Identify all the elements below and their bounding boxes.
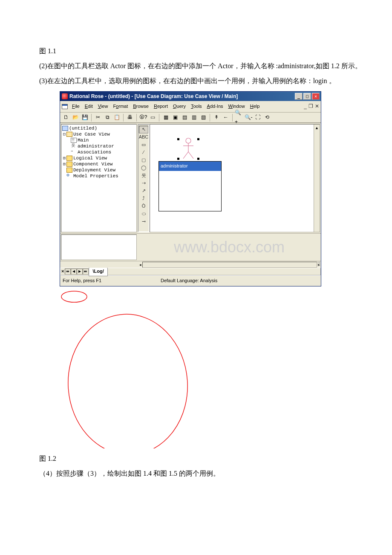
rational-rose-window: Rational Rose - (untitled) - [Use Case D…	[60, 91, 321, 286]
selection-handle[interactable]	[177, 138, 179, 140]
palette-pointer[interactable]: ↖	[139, 126, 148, 133]
selection-handle[interactable]	[197, 138, 199, 140]
caption-fig-1-2: 图 1.2	[26, 453, 366, 465]
svg-line-4	[188, 152, 193, 159]
menu-report[interactable]: Report	[151, 102, 170, 111]
tree-model-properties[interactable]: Model Properties	[62, 173, 135, 179]
close-button[interactable]: ✕	[312, 93, 320, 100]
selection-handle[interactable]	[197, 158, 199, 160]
tool-palette: ↖ ABC ▭ ⁄ ▢ ◯ 웃 ⇢ ↗ ⤴ Ò ⬭ ⊸	[138, 124, 150, 232]
browse-deployment-button[interactable]: ▧	[199, 114, 208, 121]
log-next-button[interactable]: ▶	[77, 269, 83, 275]
selection-handle[interactable]	[177, 158, 179, 160]
minimize-button[interactable]: _	[295, 93, 303, 100]
diagram-canvas[interactable]: administrator administrator	[150, 124, 320, 232]
browse-state-button[interactable]: ▥	[190, 114, 198, 121]
browse-interaction-button[interactable]: ▤	[180, 114, 189, 121]
horizontal-scrollbar[interactable]	[142, 262, 317, 268]
tree-logical-view[interactable]: ⊞Logical View	[62, 155, 135, 161]
menu-format[interactable]: Format	[110, 102, 130, 111]
tree-component-view[interactable]: ⊞Component View	[62, 161, 135, 167]
undo-fit-button[interactable]: ⟲	[263, 114, 271, 121]
palette-package[interactable]: ▢	[139, 156, 148, 164]
screenshot-figure: Rational Rose - (untitled) - [Use Case D…	[60, 91, 366, 286]
palette-note[interactable]: ▭	[139, 141, 148, 149]
browse-component-button[interactable]: ▣	[171, 114, 179, 121]
menu-help[interactable]: Help	[248, 102, 262, 111]
svg-line-3	[183, 152, 188, 159]
palette-assoc-class[interactable]: Ò	[139, 202, 148, 210]
menu-browse[interactable]: Browse	[130, 102, 151, 111]
open-button[interactable]: 📂	[71, 114, 80, 121]
browse-class-button[interactable]: ▦	[161, 114, 170, 121]
spec-dialog-header: administrator	[159, 162, 221, 171]
browser-tree[interactable]: (untitled) ⊟Use Case View Main administr…	[61, 124, 137, 232]
documentation-pane[interactable]	[61, 234, 137, 260]
maximize-button[interactable]: □	[303, 93, 311, 100]
scroll-left-button[interactable]: ◂	[139, 261, 141, 268]
menu-query[interactable]: Query	[170, 102, 188, 111]
status-help-text: For Help, press F1	[63, 277, 161, 285]
paragraph-3: (3)在左边的工具栏中，选取用例的图标，在右边的图中画出一个用例，并输入用例的名…	[26, 75, 366, 87]
palette-uni-association[interactable]: ⇢	[139, 179, 148, 187]
palette-hstate[interactable]: ⊸	[139, 218, 148, 225]
titlebar[interactable]: Rational Rose - (untitled) - [Use Case D…	[60, 92, 321, 101]
tree-main-diagram[interactable]: Main	[62, 137, 135, 143]
resize-gripper-icon[interactable]: ⠿	[317, 260, 321, 269]
toggle-doc-button[interactable]: ▭	[148, 114, 157, 121]
palette-dependency[interactable]: ↗	[139, 187, 148, 195]
mdi-close-button[interactable]: ✕	[315, 102, 319, 111]
context-help-button[interactable]: ⦿?	[139, 114, 147, 121]
save-button[interactable]: 💾	[81, 114, 89, 121]
window-title: Rational Rose - (untitled) - [Use Case D…	[69, 92, 238, 101]
palette-generalization[interactable]: ⤴	[139, 195, 148, 202]
doc-pane-row: www.bdocx.com	[60, 234, 321, 261]
tree-deployment-view[interactable]: Deployment View	[62, 167, 135, 173]
palette-actor[interactable]: 웃	[139, 172, 148, 179]
back-button[interactable]: ←	[222, 114, 230, 121]
canvas-horizontal-scroll: ◂ ▸ ⠿	[60, 261, 321, 268]
cut-button[interactable]: ✂	[94, 114, 102, 121]
log-pane: × ⏮ ◀ ▶ ⏭ \Log/	[60, 268, 321, 275]
paragraph-4: （4）按照步骤（3），绘制出如图 1.4 和图 1.5 的两个用例。	[26, 468, 366, 480]
tree-usecase-view[interactable]: ⊟Use Case View	[62, 131, 135, 137]
svg-point-6	[63, 310, 192, 448]
red-ellipse-annotations	[60, 291, 213, 448]
palette-state[interactable]: ⬭	[139, 210, 148, 218]
log-tab[interactable]: \Log/	[89, 267, 107, 276]
vertical-scrollbar[interactable]	[314, 124, 320, 232]
watermark-text: www.bdocx.com	[138, 234, 321, 261]
svg-point-5	[61, 291, 87, 302]
spec-dialog[interactable]: administrator	[159, 161, 222, 211]
tree-root[interactable]: (untitled)	[62, 125, 135, 131]
parent-button[interactable]: ↟	[212, 114, 221, 121]
toolbar: 🗋 📂 💾 ✂ ⧉ 📋 🖶 ⦿? ▭ ▦ ▣ ▤ ▥ ▧ ↟ ← 🔍+ 🔍- ⛶	[60, 113, 321, 123]
print-button[interactable]: 🖶	[126, 114, 134, 121]
new-button[interactable]: 🗋	[62, 114, 70, 121]
actor-icon	[180, 137, 197, 159]
log-last-button[interactable]: ⏭	[83, 269, 89, 275]
tree-actor-administrator[interactable]: administrator	[62, 143, 135, 149]
mdi-restore-button[interactable]: ❐	[308, 102, 313, 111]
log-close-button[interactable]: ×	[61, 267, 64, 276]
mdi-system-icon[interactable]	[62, 104, 68, 109]
palette-text[interactable]: ABC	[139, 133, 148, 141]
menu-edit[interactable]: Edit	[82, 102, 95, 111]
menu-file[interactable]: File	[69, 102, 82, 111]
copy-button[interactable]: ⧉	[103, 114, 112, 121]
menu-addins[interactable]: Add-Ins	[205, 102, 226, 111]
menu-tools[interactable]: Tools	[188, 102, 205, 111]
zoom-out-button[interactable]: 🔍-	[244, 114, 253, 121]
menubar: File Edit View Format Browse Report Quer…	[60, 101, 321, 113]
menu-view[interactable]: View	[95, 102, 111, 111]
caption-fig-1-1: 图 1.1	[26, 45, 366, 58]
palette-usecase[interactable]: ◯	[139, 164, 148, 172]
tree-associations[interactable]: Associations	[62, 149, 135, 155]
log-prev-button[interactable]: ◀	[71, 269, 77, 275]
mdi-minimize-button[interactable]: _	[304, 102, 307, 111]
fit-window-button[interactable]: ⛶	[254, 114, 262, 121]
zoom-in-button[interactable]: 🔍+	[235, 114, 243, 121]
log-first-button[interactable]: ⏮	[65, 269, 71, 275]
palette-anchor[interactable]: ⁄	[139, 149, 148, 156]
paste-button[interactable]: 📋	[112, 114, 121, 121]
